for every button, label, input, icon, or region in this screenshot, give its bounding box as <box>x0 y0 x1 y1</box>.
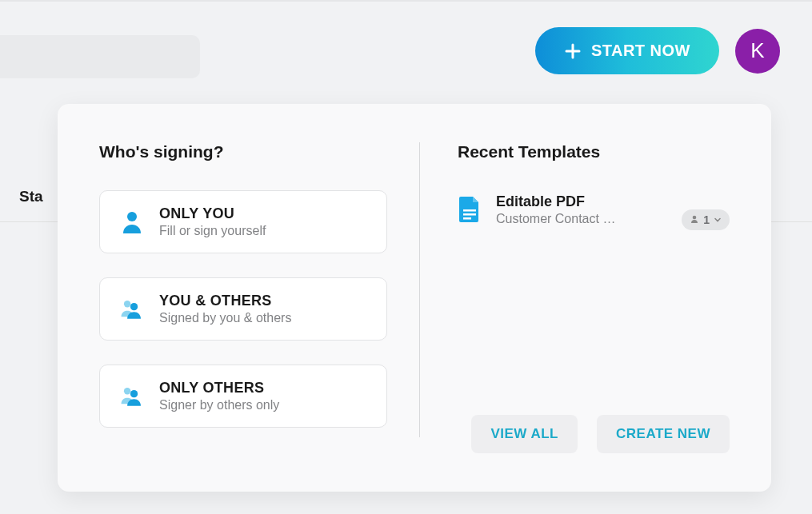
svg-rect-7 <box>463 217 471 220</box>
option-title: YOU & OTHERS <box>159 293 291 309</box>
svg-point-4 <box>130 390 138 397</box>
vertical-divider <box>419 142 420 437</box>
users-icon <box>119 297 145 322</box>
option-you-and-others[interactable]: YOU & OTHERS Signed by you & others <box>99 277 387 341</box>
option-subtitle: Fill or sign yourself <box>159 224 266 238</box>
option-only-others[interactable]: ONLY OTHERS Signer by others only <box>99 365 387 428</box>
user-small-icon <box>690 213 699 226</box>
start-now-label: START NOW <box>591 42 690 60</box>
option-subtitle: Signer by others only <box>159 398 279 412</box>
document-icon <box>458 195 482 224</box>
option-only-you[interactable]: ONLY YOU Fill or sign yourself <box>99 190 387 253</box>
svg-point-2 <box>130 303 138 310</box>
signer-count: 1 <box>703 213 710 226</box>
avatar-initial: K <box>750 38 764 63</box>
option-title: ONLY YOU <box>159 205 266 222</box>
template-item[interactable]: Editable PDF Customer Contact … 1 <box>458 190 730 233</box>
search-input[interactable] <box>0 35 200 78</box>
svg-point-8 <box>693 216 697 220</box>
template-title: Editable PDF <box>496 193 667 210</box>
svg-point-1 <box>124 301 130 307</box>
signer-count-pill[interactable]: 1 <box>682 209 730 230</box>
view-all-button[interactable]: VIEW ALL <box>471 415 578 453</box>
users-icon <box>119 384 145 409</box>
svg-point-3 <box>124 388 130 394</box>
svg-point-0 <box>127 212 137 221</box>
templates-heading: Recent Templates <box>458 142 730 161</box>
signing-heading: Who's signing? <box>99 142 387 161</box>
chevron-down-icon <box>714 213 722 226</box>
avatar[interactable]: K <box>735 29 780 74</box>
start-now-popover: Who's signing? ONLY YOU Fill or sign you… <box>58 104 771 492</box>
option-subtitle: Signed by you & others <box>159 311 291 325</box>
plus-icon <box>564 42 582 60</box>
user-icon <box>119 209 145 235</box>
option-title: ONLY OTHERS <box>159 380 279 396</box>
create-new-button[interactable]: CREATE NEW <box>597 415 730 453</box>
svg-rect-6 <box>463 213 476 216</box>
template-subtitle: Customer Contact … <box>496 212 667 226</box>
svg-rect-5 <box>463 209 476 212</box>
tab-status[interactable]: Sta <box>0 172 62 221</box>
start-now-button[interactable]: START NOW <box>535 27 719 74</box>
